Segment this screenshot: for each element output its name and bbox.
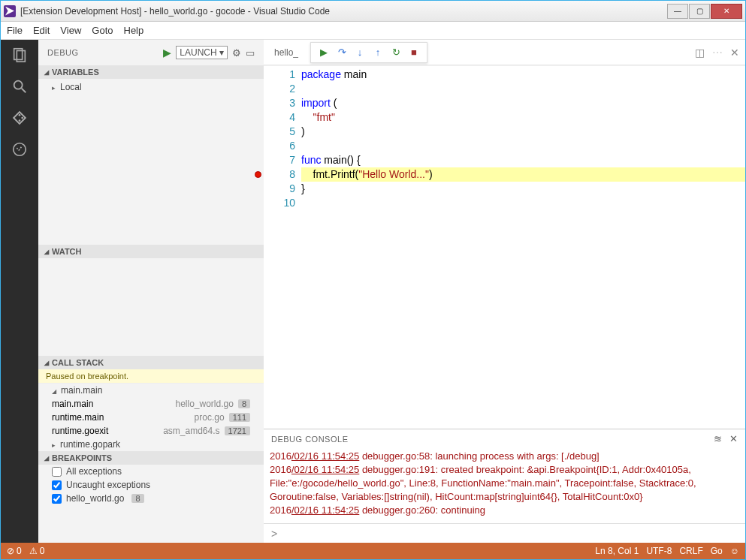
close-button[interactable]: ✕ (711, 4, 742, 19)
explorer-icon[interactable] (11, 46, 29, 64)
search-icon[interactable] (11, 77, 29, 95)
debug-icon[interactable] (11, 140, 29, 158)
maximize-button[interactable]: ▢ (689, 4, 710, 19)
step-into-button[interactable]: ↓ (353, 46, 367, 59)
console-input[interactable]: > (264, 523, 745, 543)
debug-label: DEBUG (47, 48, 159, 57)
step-over-button[interactable]: ↷ (335, 46, 349, 59)
variables-local[interactable]: Local (38, 80, 264, 94)
svg-line-3 (22, 89, 26, 93)
menu-view[interactable]: View (60, 25, 81, 36)
console-close-icon[interactable]: ✕ (729, 433, 738, 444)
code-content[interactable]: package mainimport ( "fmt")func main() {… (301, 66, 745, 429)
breakpoint-item[interactable]: Uncaught exceptions (38, 478, 264, 492)
stack-frame[interactable]: runtime.mainproc.go111 (38, 411, 264, 424)
svg-point-5 (19, 119, 21, 122)
svg-point-6 (21, 117, 23, 119)
menubar: File Edit View Goto Help (1, 22, 745, 40)
breakpoint-item[interactable]: hello_world.go8 (38, 492, 264, 505)
stack-frame[interactable]: main.mainhello_world.go8 (38, 397, 264, 411)
step-out-button[interactable]: ↑ (371, 46, 385, 59)
svg-point-2 (14, 81, 23, 89)
minimize-button[interactable]: — (667, 4, 688, 19)
launch-config-select[interactable]: Launch ▾ (176, 46, 228, 59)
menu-goto[interactable]: Goto (92, 25, 113, 36)
debug-settings-icon[interactable]: ⚙ (232, 47, 241, 59)
stop-button[interactable]: ■ (407, 46, 421, 59)
continue-button[interactable]: ▶ (317, 46, 331, 59)
restart-button[interactable]: ↻ (389, 46, 403, 59)
section-watch[interactable]: WATCH (38, 245, 264, 258)
activity-bar (1, 40, 38, 543)
titlebar: [Extension Development Host] - hello_wor… (1, 1, 745, 22)
start-debug-button[interactable]: ▶ (163, 47, 171, 59)
breakpoint-checkbox[interactable] (52, 480, 62, 490)
status-warnings[interactable]: ⚠ 0 (29, 546, 45, 556)
section-variables[interactable]: VARIABLES (38, 65, 264, 79)
menu-file[interactable]: File (7, 25, 23, 36)
status-eol[interactable]: CRLF (679, 546, 702, 556)
status-bar: ⊘ 0 ⚠ 0 Ln 8, Col 1 UTF-8 CRLF Go ☺ (1, 543, 745, 559)
editor-tab[interactable]: hello_ (270, 44, 303, 61)
menu-edit[interactable]: Edit (33, 25, 50, 36)
git-icon[interactable] (11, 109, 29, 127)
breakpoint-item[interactable]: All exceptions (38, 465, 264, 478)
stack-collapsed[interactable]: runtime.gopark (38, 438, 264, 451)
status-errors[interactable]: ⊘ 0 (7, 546, 22, 556)
stack-thread[interactable]: main.main (38, 384, 264, 397)
section-breakpoints[interactable]: BREAKPOINTS (38, 451, 264, 465)
stack-frame[interactable]: runtime.goexitasm_amd64.s1721 (38, 424, 264, 438)
debug-console-panel: DEBUG CONSOLE ≋ ✕ 2016/02/16 11:54:25 de… (264, 429, 745, 543)
section-callstack[interactable]: CALL STACK (38, 356, 264, 369)
debug-console-toggle-icon[interactable]: ▭ (246, 47, 255, 59)
debug-sidebar: DEBUG ▶ Launch ▾ ⚙ ▭ VARIABLES Local WAT… (38, 40, 264, 543)
close-editor-icon[interactable]: ✕ (730, 47, 739, 59)
paused-message: Paused on breakpoint. (38, 369, 264, 384)
line-gutter[interactable]: 12345678910 (264, 66, 301, 429)
status-encoding[interactable]: UTF-8 (646, 546, 672, 556)
svg-point-4 (19, 114, 21, 116)
debug-toolbar: ▶ ↷ ↓ ↑ ↻ ■ (310, 42, 427, 63)
console-output: 2016/02/16 11:54:25 debugger.go:58: laun… (264, 448, 745, 523)
vscode-icon (4, 5, 16, 17)
split-editor-icon[interactable]: ◫ (695, 47, 705, 59)
more-actions-icon[interactable]: ⋯ (712, 47, 723, 59)
breakpoint-checkbox[interactable] (52, 467, 62, 477)
console-clear-icon[interactable]: ≋ (714, 433, 722, 444)
window-title: [Extension Development Host] - hello_wor… (20, 6, 667, 17)
status-language[interactable]: Go (711, 546, 723, 556)
status-feedback-icon[interactable]: ☺ (730, 546, 739, 556)
console-title: DEBUG CONSOLE (271, 435, 706, 444)
breakpoint-checkbox[interactable] (52, 494, 62, 504)
menu-help[interactable]: Help (124, 25, 144, 36)
status-position[interactable]: Ln 8, Col 1 (595, 546, 639, 556)
editor-area: hello_ ▶ ↷ ↓ ↑ ↻ ■ ◫ ⋯ ✕ 12345678910 pac… (264, 40, 745, 543)
